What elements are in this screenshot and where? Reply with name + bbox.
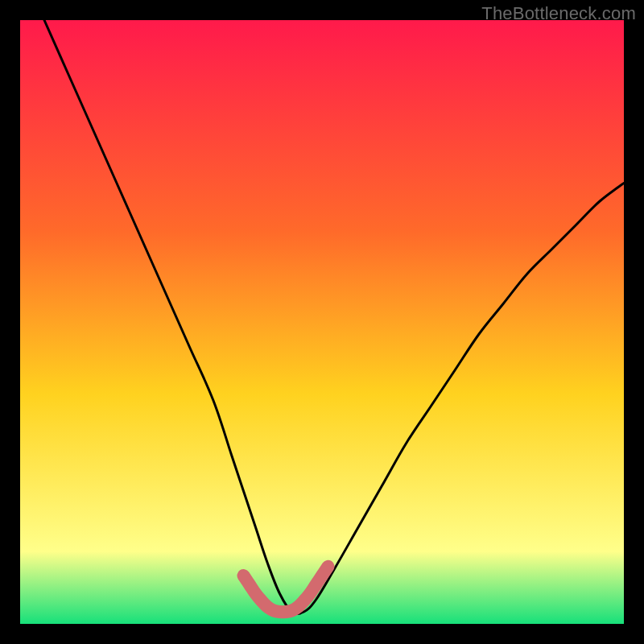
chart-frame	[20, 20, 624, 624]
gradient-background	[20, 20, 624, 624]
bottleneck-chart	[20, 20, 624, 624]
